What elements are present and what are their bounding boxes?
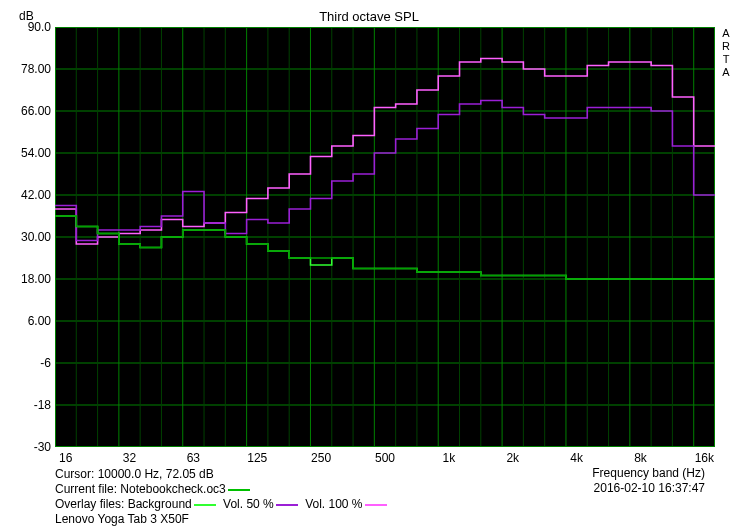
x-tick: 32 [123,451,136,465]
y-tick: -30 [3,440,51,454]
x-tick: 1k [443,451,456,465]
x-tick: 250 [311,451,331,465]
overlay-bg-label: Background [128,497,192,511]
current-file-prefix: Current file: [55,482,120,496]
current-file-row: Current file: Notebookcheck.oc3 [55,482,391,497]
y-tick: -6 [3,356,51,370]
x-tick: 2k [506,451,519,465]
y-tick: -18 [3,398,51,412]
chart-title: Third octave SPL [3,9,735,24]
x-tick: 125 [247,451,267,465]
y-tick: 6.00 [3,314,51,328]
swatch-notebookcheck [228,489,250,491]
arta-watermark: ARTA [720,27,731,79]
cursor-readout: Cursor: 10000.0 Hz, 72.05 dB [55,467,391,482]
y-tick: 54.00 [3,146,51,160]
current-file-name: Notebookcheck.oc3 [120,482,225,496]
x-tick: 16k [695,451,714,465]
y-tick: 78.00 [3,62,51,76]
overlay-prefix: Overlay files: [55,497,128,511]
timestamp: 2016-02-10 16:37:47 [594,481,705,495]
plot-area [55,27,715,447]
x-tick: 8k [634,451,647,465]
x-axis-label: Frequency band (Hz) [592,466,705,480]
overlay-row: Overlay files: Background Vol. 50 % Vol.… [55,497,391,512]
swatch-vol100 [365,504,387,506]
swatch-background [194,504,216,506]
device-label: Lenovo Yoga Tab 3 X50F [55,512,391,527]
y-tick: 66.00 [3,104,51,118]
overlay-50-label: Vol. 50 % [223,497,274,511]
y-tick: 30.00 [3,230,51,244]
x-tick: 16 [59,451,72,465]
x-tick: 4k [570,451,583,465]
footer: Cursor: 10000.0 Hz, 72.05 dB Current fil… [55,467,391,527]
y-tick: 42.00 [3,188,51,202]
x-tick: 63 [187,451,200,465]
y-tick: 90.0 [3,20,51,34]
chart-frame: Third octave SPL dB ARTA -30-18-66.0018.… [3,3,735,527]
swatch-vol50 [276,504,298,506]
y-tick: 18.00 [3,272,51,286]
plot-svg [55,27,715,447]
x-tick: 500 [375,451,395,465]
overlay-100-label: Vol. 100 % [305,497,362,511]
